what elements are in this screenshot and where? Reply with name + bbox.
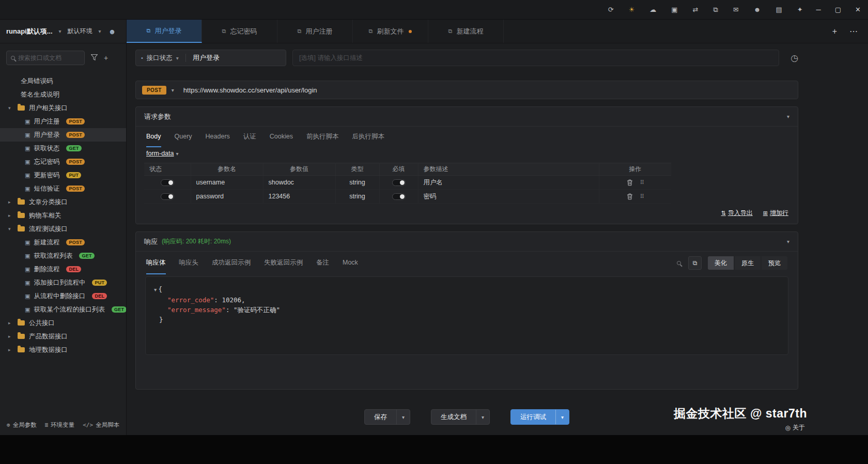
save-dropdown[interactable]: ▾ <box>396 410 410 424</box>
global-params-button[interactable]: ⊕ 全局参数 <box>7 421 37 429</box>
sidebar-item-create-flow[interactable]: ▣ 新建流程 POST <box>0 236 126 249</box>
storage-icon[interactable]: ▣ <box>671 6 677 13</box>
about-link[interactable]: ◎ 关于 <box>785 423 805 432</box>
api-status-dropdown[interactable]: 接口状态 <box>147 54 173 63</box>
tab-create-flow[interactable]: ⧉ 新建流程 <box>428 20 504 43</box>
url-input[interactable]: https://www.showdoc.cc/server/api/user/l… <box>183 86 317 94</box>
resp-tab-headers[interactable]: 响应头 <box>179 252 199 274</box>
delete-row-icon[interactable] <box>627 193 633 200</box>
drag-handle-icon[interactable]: ⠿ <box>640 193 644 200</box>
param-name-field[interactable]: password <box>191 190 263 204</box>
pin-icon[interactable]: ✦ <box>797 6 803 13</box>
sidebar-folder-article-category[interactable]: ▸ 文章分类接口 <box>0 195 126 209</box>
generate-doc-dropdown[interactable]: ▾ <box>476 410 489 424</box>
close-button[interactable]: ✕ <box>855 6 861 13</box>
save-button[interactable]: 保存 <box>365 410 396 424</box>
refresh-icon[interactable]: ⟳ <box>608 6 614 13</box>
sidebar-item-get-status[interactable]: ▣ 获取状态 GET <box>0 142 126 155</box>
resp-tab-mock[interactable]: Mock <box>343 252 358 274</box>
sidebar-item-global-error-codes[interactable]: 全局错误码 <box>0 74 126 88</box>
req-tab-query[interactable]: Query <box>175 127 192 147</box>
tab-refresh-file[interactable]: ⧉ 刷新文件 <box>353 20 428 43</box>
copy-response-button[interactable]: ⧉ <box>688 256 702 270</box>
sidebar-folder-geo-data[interactable]: ▸ 地理数据接口 <box>0 343 126 357</box>
req-tab-headers[interactable]: Headers <box>206 127 230 147</box>
team-icon[interactable]: ☻ <box>109 27 116 36</box>
account-icon[interactable]: ☻ <box>754 6 761 13</box>
param-desc-field[interactable]: 用户名 <box>418 176 599 190</box>
sidebar-folder-product-data[interactable]: ▸ 产品数据接口 <box>0 330 126 343</box>
more-options-button[interactable]: ⋯ <box>849 26 858 36</box>
theme-icon[interactable]: ☀ <box>629 6 635 13</box>
tab-user-login[interactable]: ⧉ 用户登录 <box>127 20 202 43</box>
param-type-select[interactable]: string <box>335 176 379 190</box>
req-tab-body[interactable]: Body <box>146 127 161 147</box>
body-type-dropdown[interactable]: form-data <box>146 150 174 157</box>
resp-tab-body[interactable]: 响应体 <box>146 252 166 274</box>
param-value-field[interactable]: showdoc <box>263 176 335 190</box>
sidebar-item-user-login[interactable]: ▣ 用户登录 POST <box>0 128 126 142</box>
req-tab-cookies[interactable]: Cookies <box>270 127 293 147</box>
collapse-section-icon[interactable]: ▾ <box>787 114 789 119</box>
sidebar-folder-user-apis[interactable]: ▾ 用户相关接口 <box>0 101 126 115</box>
param-value-field[interactable]: 123456 <box>263 190 335 204</box>
view-preview-button[interactable]: 预览 <box>762 256 787 270</box>
method-selector[interactable]: POST <box>142 86 166 95</box>
drag-handle-icon[interactable]: ⠿ <box>640 179 644 186</box>
run-debug-dropdown[interactable]: ▾ <box>555 410 569 424</box>
docs-icon[interactable]: ▤ <box>776 6 782 13</box>
sidebar-item-get-flow-list[interactable]: ▣ 获取流程列表 GET <box>0 249 126 262</box>
sidebar-folder-public-apis[interactable]: ▸ 公共接口 <box>0 316 126 330</box>
maximize-button[interactable]: ▢ <box>835 6 841 13</box>
sidebar-item-sms-verify[interactable]: ▣ 短信验证 POST <box>0 182 126 195</box>
search-response-icon[interactable] <box>677 261 681 265</box>
cloud-icon[interactable]: ☁ <box>649 6 656 13</box>
resp-tab-fail-example[interactable]: 失败返回示例 <box>264 252 303 274</box>
filter-icon[interactable] <box>91 54 98 61</box>
param-enabled-toggle[interactable] <box>161 193 174 200</box>
delete-row-icon[interactable] <box>627 179 633 186</box>
api-title-input[interactable]: 用户登录 <box>193 53 220 63</box>
req-tab-auth[interactable]: 认证 <box>243 127 256 147</box>
param-desc-field[interactable]: 密码 <box>418 190 599 204</box>
req-tab-post-script[interactable]: 后执行脚本 <box>352 127 384 147</box>
generate-doc-button[interactable]: 生成文档 <box>431 410 476 424</box>
minimize-button[interactable]: ─ <box>816 6 821 13</box>
display-icon[interactable]: ⧉ <box>713 6 718 13</box>
sidebar-item-user-register[interactable]: ▣ 用户注册 POST <box>0 115 126 128</box>
env-variables-button[interactable]: ≣ 环境变量 <box>45 421 75 429</box>
param-required-toggle[interactable] <box>392 193 406 200</box>
param-enabled-toggle[interactable] <box>161 179 174 186</box>
sidebar-item-get-flow-apis[interactable]: ▣ 获取某个流程的接口列表 GET <box>0 303 126 316</box>
global-script-button[interactable]: </> 全局脚本 <box>83 421 119 429</box>
sidebar-item-delete-flow[interactable]: ▣ 删除流程 DEL <box>0 262 126 276</box>
run-debug-button[interactable]: 运行调试 <box>511 410 555 424</box>
collapse-section-icon[interactable]: ▾ <box>787 239 789 244</box>
sidebar-item-forgot-password[interactable]: ▣ 忘记密码 POST <box>0 155 126 168</box>
param-required-toggle[interactable] <box>392 179 406 186</box>
tab-forgot-password[interactable]: ⧉ 忘记密码 <box>202 20 277 43</box>
sidebar-folder-shopping-cart[interactable]: ▸ 购物车相关 <box>0 209 126 222</box>
sidebar-item-update-password[interactable]: ▣ 更新密码 PUT <box>0 168 126 182</box>
view-beautify-button[interactable]: 美化 <box>708 256 734 270</box>
environment-selector[interactable]: 默认环境 <box>68 27 92 36</box>
import-export-link[interactable]: ⇅ 导入导出 <box>721 209 753 218</box>
sidebar-item-signature-doc[interactable]: 签名生成说明 <box>0 88 126 101</box>
sidebar-folder-flow-test[interactable]: ▾ 流程测试接口 <box>0 222 126 236</box>
collapse-json-icon[interactable]: ▼ <box>154 287 157 292</box>
search-input[interactable] <box>18 54 75 61</box>
view-raw-button[interactable]: 原生 <box>735 256 761 270</box>
sync-icon[interactable]: ⇄ <box>693 6 699 13</box>
req-tab-pre-script[interactable]: 前执行脚本 <box>306 127 339 147</box>
add-api-button[interactable]: + <box>104 54 108 61</box>
resp-tab-success-example[interactable]: 成功返回示例 <box>212 252 251 274</box>
mail-icon[interactable]: ✉ <box>733 6 739 13</box>
api-description-input[interactable] <box>292 50 779 66</box>
sidebar-item-add-api-to-flow[interactable]: ▣ 添加接口到流程中 PUT <box>0 276 126 289</box>
history-clock-icon[interactable]: ◷ <box>791 54 798 63</box>
project-selector[interactable]: runapi默认项... <box>6 27 53 36</box>
add-row-link[interactable]: ⊞ 增加行 <box>763 209 788 218</box>
param-type-select[interactable]: string <box>335 190 379 204</box>
new-tab-button[interactable]: + <box>832 27 837 36</box>
tab-user-register[interactable]: ⧉ 用户注册 <box>277 20 353 43</box>
